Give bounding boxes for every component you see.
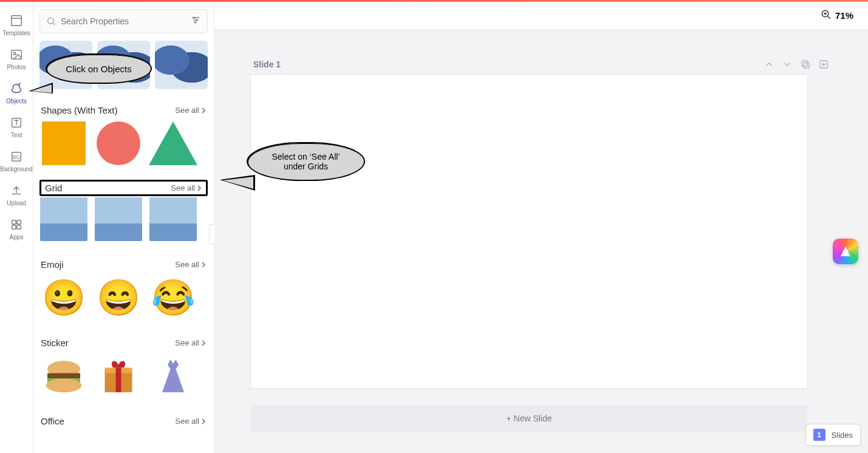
left-nav-rail: Templates Photos Objects Text BG Backgro… xyxy=(0,2,33,453)
templates-icon xyxy=(9,13,24,28)
category-header-emoji: Emoji See all xyxy=(39,256,208,274)
nav-label: Photos xyxy=(7,64,26,70)
svg-rect-6 xyxy=(12,220,16,224)
nav-templates[interactable]: Templates xyxy=(2,9,31,41)
nav-label: Templates xyxy=(2,30,30,36)
nav-photos[interactable]: Photos xyxy=(2,43,31,75)
shape-triangle[interactable] xyxy=(149,120,197,166)
nav-label: Apps xyxy=(10,234,24,240)
emoji-item[interactable]: 😀 xyxy=(39,274,88,321)
callout-text: Select on ‘See All’ under Grids xyxy=(247,142,365,181)
new-slide-button[interactable]: + New Slide xyxy=(251,405,807,432)
search-input[interactable] xyxy=(61,16,185,26)
category-title: Sticker xyxy=(41,338,69,348)
shape-circle[interactable] xyxy=(94,120,143,166)
nav-objects[interactable]: Objects xyxy=(2,77,31,109)
search-properties[interactable] xyxy=(39,9,208,33)
see-all-grid[interactable]: See all xyxy=(171,183,202,192)
nav-apps[interactable]: Apps xyxy=(2,213,31,245)
upload-icon xyxy=(9,183,24,198)
slide-duplicate-icon[interactable] xyxy=(800,59,811,70)
see-all-office[interactable]: See all xyxy=(175,417,207,426)
category-header-sticker: Sticker See all xyxy=(39,334,208,353)
category-title: Office xyxy=(41,416,64,426)
shape-square[interactable] xyxy=(39,120,88,166)
canvas-area: 71% Slide 1 + New Slide 1 Slides xyxy=(214,2,868,453)
svg-rect-8 xyxy=(12,225,16,229)
svg-point-2 xyxy=(13,52,16,55)
nav-label: Upload xyxy=(7,200,26,206)
nav-background[interactable]: BG Background xyxy=(2,145,31,177)
callout-text: Click on Objects xyxy=(46,53,152,84)
zoom-bar: 71% xyxy=(214,2,868,30)
zoom-in-icon[interactable] xyxy=(821,9,832,22)
slide-move-down-icon[interactable] xyxy=(782,59,793,70)
stage-scroll[interactable]: Slide 1 + New Slide xyxy=(214,30,868,453)
svg-point-10 xyxy=(48,18,53,24)
category-header-office: Office See all xyxy=(39,412,208,431)
panel-scroll[interactable]: Shapes (With Text) See all Grid See all … xyxy=(33,41,214,453)
apps-icon xyxy=(9,217,24,232)
grid-layout-2[interactable] xyxy=(94,196,143,242)
svg-rect-15 xyxy=(47,373,80,379)
sticker-dress[interactable] xyxy=(149,353,197,399)
slide-canvas[interactable] xyxy=(251,75,807,388)
sticker-gift[interactable] xyxy=(94,353,143,399)
slide-title: Slide 1 xyxy=(253,60,281,69)
svg-rect-0 xyxy=(12,16,22,26)
see-all-shapes[interactable]: See all xyxy=(175,106,207,115)
zoom-level[interactable]: 71% xyxy=(835,10,853,21)
see-all-sticker[interactable]: See all xyxy=(175,338,207,347)
nav-upload[interactable]: Upload xyxy=(2,179,31,211)
category-title: Shapes (With Text) xyxy=(41,105,117,115)
grid-layout-3[interactable] xyxy=(149,196,197,242)
callout-see-all-grids: Select on ‘See All’ under Grids xyxy=(247,142,365,181)
slide-move-up-icon[interactable] xyxy=(764,59,774,70)
slide-add-icon[interactable] xyxy=(818,59,829,70)
svg-point-17 xyxy=(46,379,82,393)
grid-layout-1[interactable] xyxy=(39,196,88,242)
background-icon: BG xyxy=(9,149,24,164)
svg-rect-7 xyxy=(17,220,21,224)
category-header-grid: Grid See all xyxy=(39,180,208,196)
brand-fab[interactable] xyxy=(833,239,858,264)
slides-count: 1 xyxy=(813,429,825,441)
object-thumbnail[interactable] xyxy=(155,41,208,89)
slides-panel-toggle[interactable]: 1 Slides xyxy=(805,424,861,446)
see-all-emoji[interactable]: See all xyxy=(175,260,207,269)
search-icon xyxy=(46,16,56,26)
text-icon xyxy=(9,115,24,130)
category-header-shapes: Shapes (With Text) See all xyxy=(39,101,208,120)
slides-label: Slides xyxy=(832,431,853,440)
nav-label: Text xyxy=(11,132,22,138)
callout-click-objects: Click on Objects xyxy=(46,53,152,84)
svg-rect-22 xyxy=(804,63,809,68)
category-title: Emoji xyxy=(41,259,64,270)
slide-actions xyxy=(764,59,829,70)
photos-icon xyxy=(9,47,24,62)
svg-text:BG: BG xyxy=(13,155,20,160)
sticker-burger[interactable] xyxy=(39,353,88,399)
svg-rect-9 xyxy=(17,225,21,229)
emoji-item[interactable]: 😄 xyxy=(94,274,143,321)
category-title: Grid xyxy=(45,183,62,193)
nav-label: Objects xyxy=(6,98,27,104)
objects-icon xyxy=(9,81,24,96)
svg-rect-1 xyxy=(12,50,22,60)
nav-text[interactable]: Text xyxy=(2,111,31,143)
svg-rect-23 xyxy=(802,61,807,66)
nav-label: Background xyxy=(0,166,32,172)
filter-icon[interactable] xyxy=(190,15,201,28)
svg-rect-20 xyxy=(116,368,121,393)
emoji-item[interactable]: 😂 xyxy=(149,274,197,321)
